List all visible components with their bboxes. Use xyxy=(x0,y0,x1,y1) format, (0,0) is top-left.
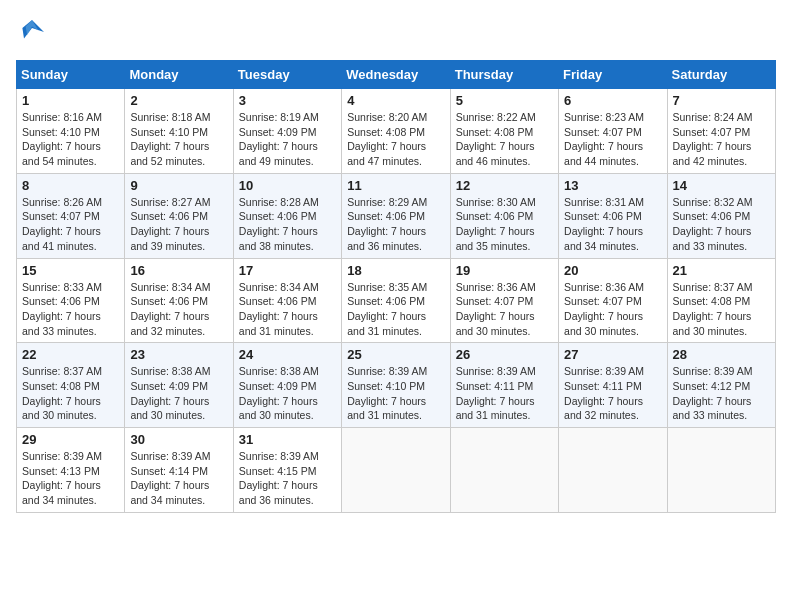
day-number: 16 xyxy=(130,263,227,278)
calendar-day-cell: 23 Sunrise: 8:38 AM Sunset: 4:09 PM Dayl… xyxy=(125,343,233,428)
day-info: Sunrise: 8:35 AM Sunset: 4:06 PM Dayligh… xyxy=(347,280,444,339)
day-info: Sunrise: 8:22 AM Sunset: 4:08 PM Dayligh… xyxy=(456,110,553,169)
day-number: 2 xyxy=(130,93,227,108)
day-number: 28 xyxy=(673,347,770,362)
calendar-day-cell: 22 Sunrise: 8:37 AM Sunset: 4:08 PM Dayl… xyxy=(17,343,125,428)
calendar-day-cell: 28 Sunrise: 8:39 AM Sunset: 4:12 PM Dayl… xyxy=(667,343,775,428)
day-info: Sunrise: 8:36 AM Sunset: 4:07 PM Dayligh… xyxy=(564,280,661,339)
day-number: 25 xyxy=(347,347,444,362)
day-number: 20 xyxy=(564,263,661,278)
day-info: Sunrise: 8:28 AM Sunset: 4:06 PM Dayligh… xyxy=(239,195,336,254)
day-number: 27 xyxy=(564,347,661,362)
day-of-week-header: Saturday xyxy=(667,61,775,89)
calendar-day-cell: 11 Sunrise: 8:29 AM Sunset: 4:06 PM Dayl… xyxy=(342,173,450,258)
calendar-day-cell: 24 Sunrise: 8:38 AM Sunset: 4:09 PM Dayl… xyxy=(233,343,341,428)
day-info: Sunrise: 8:18 AM Sunset: 4:10 PM Dayligh… xyxy=(130,110,227,169)
calendar-header-row: SundayMondayTuesdayWednesdayThursdayFrid… xyxy=(17,61,776,89)
day-info: Sunrise: 8:37 AM Sunset: 4:08 PM Dayligh… xyxy=(22,364,119,423)
day-info: Sunrise: 8:39 AM Sunset: 4:14 PM Dayligh… xyxy=(130,449,227,508)
day-number: 10 xyxy=(239,178,336,193)
calendar-week-row: 29 Sunrise: 8:39 AM Sunset: 4:13 PM Dayl… xyxy=(17,428,776,513)
day-of-week-header: Wednesday xyxy=(342,61,450,89)
day-info: Sunrise: 8:24 AM Sunset: 4:07 PM Dayligh… xyxy=(673,110,770,169)
day-info: Sunrise: 8:36 AM Sunset: 4:07 PM Dayligh… xyxy=(456,280,553,339)
day-number: 1 xyxy=(22,93,119,108)
calendar-day-cell: 6 Sunrise: 8:23 AM Sunset: 4:07 PM Dayli… xyxy=(559,89,667,174)
day-number: 24 xyxy=(239,347,336,362)
day-number: 7 xyxy=(673,93,770,108)
calendar-table: SundayMondayTuesdayWednesdayThursdayFrid… xyxy=(16,60,776,513)
calendar-day-cell: 30 Sunrise: 8:39 AM Sunset: 4:14 PM Dayl… xyxy=(125,428,233,513)
logo-icon xyxy=(16,16,48,48)
day-of-week-header: Tuesday xyxy=(233,61,341,89)
day-number: 22 xyxy=(22,347,119,362)
calendar-day-cell: 19 Sunrise: 8:36 AM Sunset: 4:07 PM Dayl… xyxy=(450,258,558,343)
day-info: Sunrise: 8:32 AM Sunset: 4:06 PM Dayligh… xyxy=(673,195,770,254)
day-number: 21 xyxy=(673,263,770,278)
day-number: 31 xyxy=(239,432,336,447)
calendar-day-cell: 13 Sunrise: 8:31 AM Sunset: 4:06 PM Dayl… xyxy=(559,173,667,258)
day-number: 14 xyxy=(673,178,770,193)
page-header xyxy=(16,16,776,48)
day-number: 4 xyxy=(347,93,444,108)
calendar-day-cell xyxy=(559,428,667,513)
day-number: 11 xyxy=(347,178,444,193)
day-of-week-header: Monday xyxy=(125,61,233,89)
day-info: Sunrise: 8:19 AM Sunset: 4:09 PM Dayligh… xyxy=(239,110,336,169)
calendar-day-cell: 17 Sunrise: 8:34 AM Sunset: 4:06 PM Dayl… xyxy=(233,258,341,343)
day-info: Sunrise: 8:30 AM Sunset: 4:06 PM Dayligh… xyxy=(456,195,553,254)
calendar-week-row: 22 Sunrise: 8:37 AM Sunset: 4:08 PM Dayl… xyxy=(17,343,776,428)
day-info: Sunrise: 8:38 AM Sunset: 4:09 PM Dayligh… xyxy=(130,364,227,423)
calendar-day-cell: 18 Sunrise: 8:35 AM Sunset: 4:06 PM Dayl… xyxy=(342,258,450,343)
calendar-day-cell: 25 Sunrise: 8:39 AM Sunset: 4:10 PM Dayl… xyxy=(342,343,450,428)
day-number: 17 xyxy=(239,263,336,278)
day-info: Sunrise: 8:20 AM Sunset: 4:08 PM Dayligh… xyxy=(347,110,444,169)
calendar-day-cell: 3 Sunrise: 8:19 AM Sunset: 4:09 PM Dayli… xyxy=(233,89,341,174)
calendar-day-cell: 16 Sunrise: 8:34 AM Sunset: 4:06 PM Dayl… xyxy=(125,258,233,343)
calendar-day-cell: 10 Sunrise: 8:28 AM Sunset: 4:06 PM Dayl… xyxy=(233,173,341,258)
day-info: Sunrise: 8:38 AM Sunset: 4:09 PM Dayligh… xyxy=(239,364,336,423)
day-number: 29 xyxy=(22,432,119,447)
calendar-day-cell: 20 Sunrise: 8:36 AM Sunset: 4:07 PM Dayl… xyxy=(559,258,667,343)
day-number: 15 xyxy=(22,263,119,278)
day-info: Sunrise: 8:34 AM Sunset: 4:06 PM Dayligh… xyxy=(130,280,227,339)
calendar-day-cell: 7 Sunrise: 8:24 AM Sunset: 4:07 PM Dayli… xyxy=(667,89,775,174)
calendar-day-cell: 1 Sunrise: 8:16 AM Sunset: 4:10 PM Dayli… xyxy=(17,89,125,174)
calendar-week-row: 1 Sunrise: 8:16 AM Sunset: 4:10 PM Dayli… xyxy=(17,89,776,174)
day-info: Sunrise: 8:26 AM Sunset: 4:07 PM Dayligh… xyxy=(22,195,119,254)
day-number: 30 xyxy=(130,432,227,447)
calendar-week-row: 15 Sunrise: 8:33 AM Sunset: 4:06 PM Dayl… xyxy=(17,258,776,343)
day-info: Sunrise: 8:39 AM Sunset: 4:15 PM Dayligh… xyxy=(239,449,336,508)
day-number: 13 xyxy=(564,178,661,193)
calendar-day-cell: 21 Sunrise: 8:37 AM Sunset: 4:08 PM Dayl… xyxy=(667,258,775,343)
day-info: Sunrise: 8:39 AM Sunset: 4:11 PM Dayligh… xyxy=(456,364,553,423)
day-info: Sunrise: 8:27 AM Sunset: 4:06 PM Dayligh… xyxy=(130,195,227,254)
day-of-week-header: Friday xyxy=(559,61,667,89)
calendar-day-cell xyxy=(450,428,558,513)
day-info: Sunrise: 8:34 AM Sunset: 4:06 PM Dayligh… xyxy=(239,280,336,339)
calendar-day-cell: 8 Sunrise: 8:26 AM Sunset: 4:07 PM Dayli… xyxy=(17,173,125,258)
day-number: 19 xyxy=(456,263,553,278)
day-number: 3 xyxy=(239,93,336,108)
calendar-day-cell: 26 Sunrise: 8:39 AM Sunset: 4:11 PM Dayl… xyxy=(450,343,558,428)
day-info: Sunrise: 8:39 AM Sunset: 4:10 PM Dayligh… xyxy=(347,364,444,423)
calendar-day-cell: 29 Sunrise: 8:39 AM Sunset: 4:13 PM Dayl… xyxy=(17,428,125,513)
day-info: Sunrise: 8:37 AM Sunset: 4:08 PM Dayligh… xyxy=(673,280,770,339)
day-of-week-header: Thursday xyxy=(450,61,558,89)
day-of-week-header: Sunday xyxy=(17,61,125,89)
day-info: Sunrise: 8:23 AM Sunset: 4:07 PM Dayligh… xyxy=(564,110,661,169)
calendar-day-cell: 31 Sunrise: 8:39 AM Sunset: 4:15 PM Dayl… xyxy=(233,428,341,513)
day-number: 6 xyxy=(564,93,661,108)
day-number: 8 xyxy=(22,178,119,193)
day-info: Sunrise: 8:31 AM Sunset: 4:06 PM Dayligh… xyxy=(564,195,661,254)
calendar-day-cell: 14 Sunrise: 8:32 AM Sunset: 4:06 PM Dayl… xyxy=(667,173,775,258)
calendar-week-row: 8 Sunrise: 8:26 AM Sunset: 4:07 PM Dayli… xyxy=(17,173,776,258)
calendar-day-cell: 9 Sunrise: 8:27 AM Sunset: 4:06 PM Dayli… xyxy=(125,173,233,258)
calendar-day-cell xyxy=(342,428,450,513)
day-number: 9 xyxy=(130,178,227,193)
calendar-day-cell: 15 Sunrise: 8:33 AM Sunset: 4:06 PM Dayl… xyxy=(17,258,125,343)
day-number: 5 xyxy=(456,93,553,108)
logo xyxy=(16,16,52,48)
calendar-day-cell: 27 Sunrise: 8:39 AM Sunset: 4:11 PM Dayl… xyxy=(559,343,667,428)
calendar-day-cell: 12 Sunrise: 8:30 AM Sunset: 4:06 PM Dayl… xyxy=(450,173,558,258)
